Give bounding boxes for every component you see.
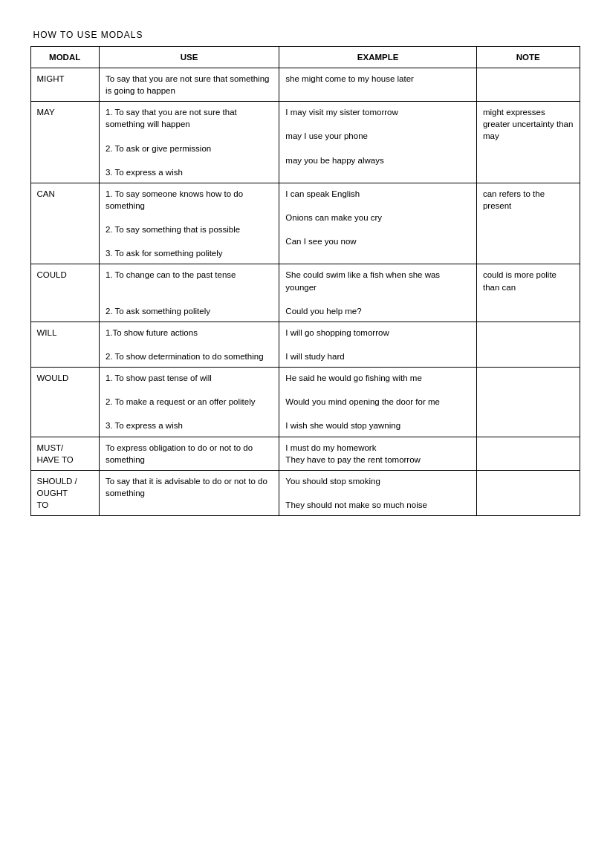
table-row: WILL1.To show future actions 2. To show … (30, 322, 580, 367)
cell-use: 1. To change can to the past tense 2. To… (99, 264, 279, 322)
cell-modal: MIGHT (30, 68, 99, 102)
cell-use: To say that you are not sure that someth… (99, 68, 279, 102)
cell-example: she might come to my house later (279, 68, 477, 102)
table-row: MAY1. To say that you are not sure that … (30, 102, 580, 183)
table-row: SHOULD / OUGHT TOTo say that it is advis… (30, 470, 580, 515)
header-note: NOTE (476, 47, 580, 68)
cell-note: might expresses greater uncertainty than… (476, 102, 580, 183)
table-row: COULD1. To change can to the past tense … (30, 264, 580, 322)
cell-use: 1. To show past tense of will 2. To make… (99, 368, 279, 437)
cell-modal: WILL (30, 322, 99, 367)
cell-note (476, 68, 580, 102)
header-modal: MODAL (30, 47, 99, 68)
cell-note (476, 437, 580, 470)
cell-example: I will go shopping tomorrow I will study… (279, 322, 477, 367)
cell-example: You should stop smoking They should not … (279, 470, 477, 515)
table-row: WOULD1. To show past tense of will 2. To… (30, 368, 580, 437)
cell-use: 1. To say someone knows how to do someth… (99, 183, 279, 264)
header-example: EXAMPLE (279, 47, 477, 68)
cell-note (476, 368, 580, 437)
page-title: HOW TO USE MODALS (33, 30, 580, 40)
table-row: CAN1. To say someone knows how to do som… (30, 183, 580, 264)
cell-use: To express obligation to do or not to do… (99, 437, 279, 470)
cell-example: I must do my homework They have to pay t… (279, 437, 477, 470)
cell-modal: MUST/ HAVE TO (30, 437, 99, 470)
table-row: MUST/ HAVE TOTo express obligation to do… (30, 437, 580, 470)
cell-example: She could swim like a fish when she was … (279, 264, 477, 322)
cell-example: I may visit my sister tomorrow may I use… (279, 102, 477, 183)
cell-note: could is more polite than can (476, 264, 580, 322)
modals-table: MODAL USE EXAMPLE NOTE MIGHTTo say that … (30, 46, 580, 516)
cell-use: 1.To show future actions 2. To show dete… (99, 322, 279, 367)
cell-example: I can speak English Onions can make you … (279, 183, 477, 264)
cell-note (476, 322, 580, 367)
cell-note (476, 470, 580, 515)
cell-use: To say that it is advisable to do or not… (99, 470, 279, 515)
cell-modal: CAN (30, 183, 99, 264)
cell-use: 1. To say that you are not sure that som… (99, 102, 279, 183)
cell-modal: MAY (30, 102, 99, 183)
header-use: USE (99, 47, 279, 68)
table-row: MIGHTTo say that you are not sure that s… (30, 68, 580, 102)
cell-example: He said he would go fishing with me Woul… (279, 368, 477, 437)
cell-note: can refers to the present (476, 183, 580, 264)
cell-modal: WOULD (30, 368, 99, 437)
page: HOW TO USE MODALS MODAL USE EXAMPLE NOTE… (30, 30, 580, 516)
cell-modal: SHOULD / OUGHT TO (30, 470, 99, 515)
cell-modal: COULD (30, 264, 99, 322)
